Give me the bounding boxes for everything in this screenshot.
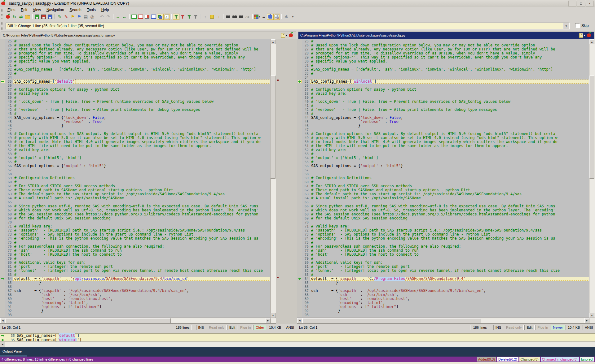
skip-checkbox[interactable]: [575, 23, 580, 28]
right-vscroll-thumb[interactable]: [589, 76, 594, 179]
scroll-down-icon[interactable]: ▼: [271, 313, 275, 318]
save-all-icon[interactable]: [47, 14, 53, 20]
menu-help[interactable]: Help: [99, 7, 112, 13]
menu-files[interactable]: Files: [5, 7, 18, 13]
show-added-lines-icon[interactable]: [179, 14, 186, 20]
show-both-panes-icon[interactable]: [144, 14, 150, 20]
code-line: 53#: [0, 152, 271, 156]
settings-gear-icon[interactable]: ✱: [283, 14, 289, 20]
copy-to-left-icon[interactable]: ←: [121, 14, 128, 20]
scroll-right-icon[interactable]: ▶: [584, 318, 589, 323]
code-text: #: [310, 257, 589, 261]
current-diff-combo[interactable]: Diff 1: Change 1 line (35, first file) t…: [6, 23, 570, 29]
code-text: SAS_config_options = {'lock_down': False…: [310, 116, 589, 120]
code-text: # properly with HTML 5.0 so it can also …: [13, 136, 271, 140]
find-next-icon[interactable]: [231, 14, 238, 20]
previous-diff-icon[interactable]: ↑: [202, 14, 209, 20]
left-file-type-icon[interactable]: [281, 33, 285, 38]
edit-options-icon[interactable]: [273, 14, 280, 20]
auto-recompare-icon[interactable]: ✓: [163, 14, 170, 20]
recompare-icon[interactable]: ↻: [11, 14, 18, 20]
show-first-pane-icon[interactable]: [131, 14, 137, 20]
menu-tools[interactable]: Tools: [84, 7, 99, 13]
right-header-app-icon[interactable]: [587, 33, 591, 37]
menubar-grip-icon[interactable]: [1, 8, 3, 12]
left-hscroll-thumb[interactable]: [6, 318, 171, 323]
find-icon[interactable]: [225, 14, 231, 20]
show-all-lines-icon[interactable]: [173, 14, 179, 20]
edit-second-file-icon[interactable]: ✎: [63, 14, 69, 20]
undo-icon[interactable]: ↶: [99, 14, 105, 20]
show-changed-lines-icon[interactable]: [192, 14, 199, 20]
left-code-pane[interactable]: 25#26# Based upon the lock_down configur…: [0, 39, 276, 324]
close-button[interactable]: ×: [586, 1, 594, 6]
toolbar-grip-icon[interactable]: [1, 14, 3, 20]
open-files-icon[interactable]: [24, 14, 31, 20]
left-horizontal-scrollbar[interactable]: ◀ ▶: [0, 318, 276, 323]
diffbar-grip-icon[interactable]: [1, 22, 3, 30]
synchronized-scrolling-icon[interactable]: [157, 14, 163, 20]
save-second-file-icon[interactable]: [40, 14, 47, 20]
copy-to-right-icon[interactable]: →: [115, 14, 121, 20]
code-line: 58: [297, 172, 589, 176]
menu-view[interactable]: View: [30, 7, 44, 13]
right-horizontal-scrollbar[interactable]: ◀ ▶: [297, 318, 595, 323]
edit-first-file-icon[interactable]: ✎: [56, 14, 63, 20]
diff-combo-dropdown-icon[interactable]: ▼: [563, 23, 569, 29]
layout-icon[interactable]: ▾: [254, 14, 260, 20]
code-line: 44SAS_config_options = {'lock_down': Fal…: [297, 116, 589, 120]
status-badge: Changed(8): [519, 357, 540, 362]
diff-marker-icon[interactable]: [1, 80, 5, 83]
horizontal-split-icon[interactable]: [150, 14, 157, 20]
save-first-file-icon[interactable]: [34, 14, 40, 20]
maximize-button[interactable]: □: [577, 1, 585, 6]
diff-marker-icon[interactable]: [298, 277, 302, 280]
mark-second-icon[interactable]: ⚑: [76, 14, 82, 20]
right-code-pane[interactable]: 25#26# Based upon the lock_down configur…: [297, 39, 595, 324]
show-second-pane-icon[interactable]: [137, 14, 144, 20]
left-vertical-scrollbar[interactable]: ▲ ▼: [270, 39, 276, 318]
line-details-icon[interactable]: ≡: [260, 14, 267, 20]
swap-panes-icon[interactable]: ⇄: [18, 14, 24, 20]
scroll-left-icon[interactable]: ◀: [297, 318, 302, 323]
next-diff-icon[interactable]: ↓: [215, 14, 222, 20]
show-deleted-lines-icon[interactable]: [186, 14, 192, 20]
compare-files-icon[interactable]: [5, 14, 11, 20]
find-previous-icon[interactable]: [238, 14, 244, 20]
scroll-up-icon[interactable]: ▲: [271, 39, 275, 44]
left-header-app-icon[interactable]: [289, 33, 293, 37]
code-text: #: [13, 152, 271, 156]
output-pane-tab[interactable]: Output Pane: [2, 349, 22, 353]
left-vscroll-thumb[interactable]: [271, 76, 275, 179]
minimize-button[interactable]: –: [568, 1, 576, 6]
line-number: 72: [5, 228, 13, 232]
toolbar-overflow-icon[interactable]: ▾: [289, 14, 296, 20]
print-icon[interactable]: ▤: [82, 14, 89, 20]
detail-pane-scrollbar[interactable]: ◀: [0, 341, 595, 347]
scroll-right-icon[interactable]: ▶: [266, 318, 271, 323]
gutter-cell: [0, 301, 5, 305]
menu-search[interactable]: Search: [67, 7, 84, 13]
right-hscroll-thumb[interactable]: [302, 318, 481, 323]
redo-icon[interactable]: ↷: [105, 14, 112, 20]
gutter-cell: [0, 212, 5, 216]
scroll-left-icon[interactable]: ◀: [0, 318, 5, 323]
menu-navigation[interactable]: Navigation: [44, 7, 67, 13]
mark-first-icon[interactable]: ⚑: [69, 14, 76, 20]
right-file-type-icon[interactable]: [579, 33, 583, 38]
print-preview-icon[interactable]: ◎: [89, 14, 95, 20]
diff-marker-icon[interactable]: [298, 80, 302, 83]
line-number: 89: [302, 297, 310, 301]
match-case-icon[interactable]: AB: [244, 14, 251, 20]
plugins-icon[interactable]: [267, 14, 273, 20]
left-header-dropdown-icon[interactable]: ▾: [286, 34, 287, 37]
current-diff-icon[interactable]: [209, 14, 215, 20]
scroll-left-icon[interactable]: ◀: [0, 342, 5, 347]
menu-edit[interactable]: Edit: [18, 7, 30, 13]
code-line: 43#: [0, 112, 271, 116]
right-header-dropdown-icon[interactable]: ▾: [584, 34, 585, 37]
scroll-up-icon[interactable]: ▲: [589, 39, 594, 44]
right-vertical-scrollbar[interactable]: ▲ ▼: [589, 39, 595, 318]
scroll-down-icon[interactable]: ▼: [589, 313, 594, 318]
diff-marker-icon[interactable]: [1, 277, 5, 280]
